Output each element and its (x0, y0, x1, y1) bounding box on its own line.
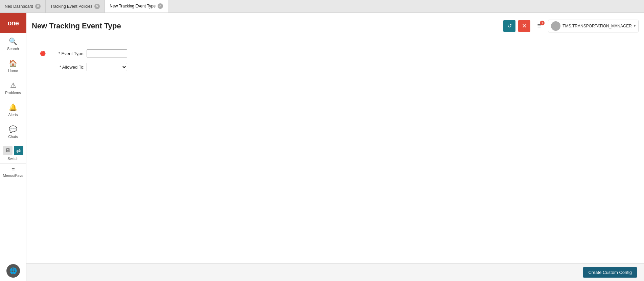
sidebar-label-menus: Menus/Favs (3, 173, 23, 178)
tab-label-new-tracking-event-type: New Tracking Event Type (110, 4, 156, 8)
tab-neo-dashboard[interactable]: Neo Dashboard ✕ (0, 0, 46, 13)
user-avatar (551, 21, 560, 31)
close-button[interactable]: ✕ (518, 20, 530, 32)
event-type-label: * Event Type: (47, 51, 85, 56)
tab-label-neo-dashboard: Neo Dashboard (5, 4, 33, 9)
tab-label-tracking-event-policies: Tracking Event Policies (50, 4, 92, 9)
create-config-label: Create Custom Config (588, 270, 632, 275)
search-icon: 🔍 (9, 37, 17, 45)
form-content: 🔴 * Event Type: 🔴 * Allowed To: Option 1… (26, 39, 644, 263)
sidebar-avatar[interactable]: 🌐 (6, 264, 20, 278)
sidebar-item-switch[interactable]: 🖥 ⇄ Switch (0, 143, 26, 164)
tab-bar: Neo Dashboard ✕ Tracking Event Policies … (0, 0, 644, 13)
sidebar-label-switch: Switch (7, 157, 18, 161)
dropdown-arrow-icon: ▾ (634, 24, 636, 28)
notification-badge: 1 (540, 21, 545, 25)
sidebar-item-chats[interactable]: 💬 Chats (0, 121, 26, 143)
sidebar-bottom: 🌐 (3, 261, 23, 281)
app-logo[interactable]: one (0, 13, 26, 33)
tab-close-neo-dashboard[interactable]: ✕ (35, 4, 41, 9)
tab-close-tracking-event-policies[interactable]: ✕ (94, 4, 100, 9)
user-dropdown[interactable]: TMS.TRANSPORTATION_MANAGER ▾ (548, 20, 639, 32)
warning-icon: ⚠ (10, 81, 16, 89)
refresh-button[interactable]: ↺ (503, 20, 515, 32)
sidebar-label-chats: Chats (8, 135, 18, 139)
logo-text: one (7, 19, 19, 27)
avatar-icon: 🌐 (9, 267, 17, 275)
allowed-to-select[interactable]: Option 1 Option 2 (87, 63, 127, 71)
sidebar-label-search: Search (7, 47, 19, 51)
page-title: New Tracking Event Type (32, 22, 503, 30)
create-custom-config-button[interactable]: Create Custom Config (583, 267, 637, 278)
sidebar-label-home: Home (8, 69, 18, 73)
error-icon: 🔴 (40, 51, 45, 56)
sidebar-item-search[interactable]: 🔍 Search (0, 33, 26, 55)
menu-lines-icon: ☰ (12, 168, 15, 172)
chat-icon: 💬 (9, 125, 17, 133)
sidebar: one 🔍 Search 🏠 Home ⚠ Problems 🔔 Alerts … (0, 13, 26, 281)
page-header: New Tracking Event Type ↺ ✕ ≡ 1 TMS.TRAN… (26, 13, 644, 39)
sidebar-item-home[interactable]: 🏠 Home (0, 55, 26, 77)
sidebar-label-problems: Problems (5, 91, 21, 95)
sidebar-label-alerts: Alerts (8, 113, 18, 117)
menu-button[interactable]: ≡ 1 (533, 20, 545, 32)
sidebar-item-problems[interactable]: ⚠ Problems (0, 77, 26, 99)
tab-close-new-tracking-event-type[interactable]: ✕ (158, 3, 163, 9)
switch-icon-monitor: 🖥 (3, 146, 13, 155)
allowed-to-row: 🔴 * Allowed To: Option 1 Option 2 (40, 63, 630, 71)
allowed-to-label: * Allowed To: (47, 65, 85, 70)
event-type-row: 🔴 * Event Type: (40, 49, 630, 57)
bell-icon: 🔔 (9, 103, 17, 111)
tab-new-tracking-event-type[interactable]: New Tracking Event Type ✕ (105, 0, 168, 13)
refresh-icon: ↺ (507, 23, 512, 29)
page-footer: Create Custom Config (26, 263, 644, 281)
page-area: New Tracking Event Type ↺ ✕ ≡ 1 TMS.TRAN… (26, 13, 644, 281)
close-icon: ✕ (522, 22, 527, 30)
sidebar-item-alerts[interactable]: 🔔 Alerts (0, 99, 26, 121)
switch-icon-switch: ⇄ (14, 146, 23, 155)
home-icon: 🏠 (9, 59, 17, 67)
sidebar-item-menus[interactable]: ☰ Menus/Favs (0, 164, 26, 182)
tab-tracking-event-policies[interactable]: Tracking Event Policies ✕ (46, 0, 105, 13)
main-area: one 🔍 Search 🏠 Home ⚠ Problems 🔔 Alerts … (0, 13, 644, 281)
user-name: TMS.TRANSPORTATION_MANAGER (562, 24, 632, 28)
event-type-input[interactable] (87, 49, 127, 57)
header-actions: ↺ ✕ ≡ 1 TMS.TRANSPORTATION_MANAGER ▾ (503, 20, 639, 32)
switch-icons: 🖥 ⇄ (3, 146, 23, 155)
